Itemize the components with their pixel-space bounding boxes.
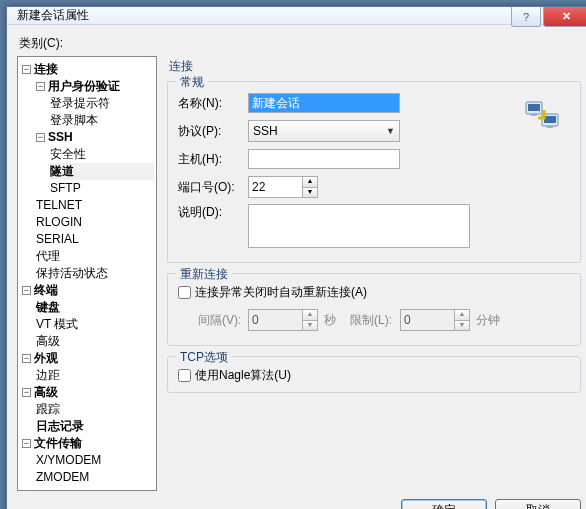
tree-tunnel[interactable]: 隧道: [50, 163, 154, 180]
limit-label: 限制(L):: [350, 312, 400, 329]
dialog-window: 新建会话属性 ? ✕ 类别(C): −连接 −用户身份验证 登录提示符 登录脚本: [6, 6, 586, 509]
tree-filetransfer[interactable]: −文件传输 X/YMODEM ZMODEM: [22, 435, 154, 486]
spin-down-icon[interactable]: ▼: [302, 187, 318, 199]
interval-label: 间隔(V):: [198, 312, 248, 329]
tree-proxy[interactable]: 代理: [36, 248, 154, 265]
reconnect-group: 重新连接 连接异常关闭时自动重新连接(A) 间隔(V): ▲▼ 秒 限制(L):: [167, 273, 581, 346]
ok-button[interactable]: 确定: [401, 499, 487, 509]
protocol-select[interactable]: SSH▼: [248, 120, 400, 142]
collapse-icon[interactable]: −: [22, 286, 31, 295]
svg-rect-5: [547, 126, 553, 128]
tree-keepalive[interactable]: 保持活动状态: [36, 265, 154, 282]
name-input[interactable]: 新建会话: [248, 93, 400, 113]
min-label: 分钟: [476, 312, 500, 329]
port-label: 端口号(O):: [178, 179, 248, 196]
tree-rlogin[interactable]: RLOGIN: [36, 214, 154, 231]
tree-zmodem[interactable]: ZMODEM: [36, 469, 154, 486]
titlebar: 新建会话属性 ? ✕: [7, 7, 586, 25]
tree-advanced-t[interactable]: 高级: [36, 333, 154, 350]
port-spinner[interactable]: ▲▼: [248, 176, 318, 198]
protocol-label: 协议(P):: [178, 123, 248, 140]
tree-login-script[interactable]: 登录脚本: [50, 112, 154, 129]
tree-telnet[interactable]: TELNET: [36, 197, 154, 214]
interval-spinner: ▲▼: [248, 309, 318, 331]
tree-serial[interactable]: SERIAL: [36, 231, 154, 248]
tree-connection[interactable]: −连接 −用户身份验证 登录提示符 登录脚本 −SSH 安全性: [22, 61, 154, 282]
settings-pane: 连接 常规 名称(N): 新建会话 协议(P): SSH: [167, 56, 581, 491]
general-group: 常规 名称(N): 新建会话 协议(P): SSH▼: [167, 81, 581, 263]
spin-up-icon: ▲: [454, 309, 470, 320]
tree-terminal[interactable]: −终端 键盘 VT 模式 高级: [22, 282, 154, 350]
tree-xymodem[interactable]: X/YMODEM: [36, 452, 154, 469]
checkbox-icon[interactable]: [178, 286, 191, 299]
spin-up-icon: ▲: [302, 309, 318, 320]
collapse-icon[interactable]: −: [22, 388, 31, 397]
dialog-footer: 确定 取消: [17, 491, 581, 509]
category-label: 类别(C):: [19, 35, 581, 52]
host-input[interactable]: [248, 149, 400, 169]
tree-advanced[interactable]: −高级 跟踪 日志记录: [22, 384, 154, 435]
limit-input: [400, 309, 454, 331]
sec-label: 秒: [324, 312, 336, 329]
desc-textarea[interactable]: [248, 204, 470, 248]
nagle-checkbox[interactable]: 使用Nagle算法(U): [178, 367, 570, 384]
spin-down-icon: ▼: [302, 320, 318, 332]
tcp-legend: TCP选项: [176, 349, 232, 366]
tree-trace[interactable]: 跟踪: [36, 401, 154, 418]
spin-down-icon: ▼: [454, 320, 470, 332]
limit-spinner: ▲▼: [400, 309, 470, 331]
port-input[interactable]: [248, 176, 302, 198]
svg-rect-2: [531, 114, 537, 116]
network-icon: [524, 98, 560, 134]
tree-keyboard[interactable]: 键盘: [36, 299, 154, 316]
desc-label: 说明(D):: [178, 204, 248, 221]
checkbox-icon[interactable]: [178, 369, 191, 382]
tree-ssh[interactable]: −SSH 安全性 隧道 SFTP: [36, 129, 154, 197]
spin-up-icon[interactable]: ▲: [302, 176, 318, 187]
collapse-icon[interactable]: −: [22, 439, 31, 448]
tree-vtmode[interactable]: VT 模式: [36, 316, 154, 333]
tree-auth[interactable]: −用户身份验证 登录提示符 登录脚本: [36, 78, 154, 129]
tree-logging[interactable]: 日志记录: [36, 418, 154, 435]
tcp-group: TCP选项 使用Nagle算法(U): [167, 356, 581, 393]
collapse-icon[interactable]: −: [36, 133, 45, 142]
close-button[interactable]: ✕: [543, 7, 586, 27]
tree-login-prompt[interactable]: 登录提示符: [50, 95, 154, 112]
interval-input: [248, 309, 302, 331]
collapse-icon[interactable]: −: [36, 82, 45, 91]
tree-sftp[interactable]: SFTP: [50, 180, 154, 197]
tree-appearance[interactable]: −外观 边距: [22, 350, 154, 384]
host-label: 主机(H):: [178, 151, 248, 168]
auto-reconnect-checkbox[interactable]: 连接异常关闭时自动重新连接(A): [178, 284, 570, 301]
window-title: 新建会话属性: [17, 7, 89, 24]
reconnect-legend: 重新连接: [176, 266, 232, 283]
general-legend: 常规: [176, 74, 208, 91]
svg-rect-4: [544, 116, 556, 123]
name-label: 名称(N):: [178, 95, 248, 112]
tree-margin[interactable]: 边距: [36, 367, 154, 384]
chevron-down-icon: ▼: [386, 126, 395, 136]
help-button[interactable]: ?: [511, 7, 541, 27]
svg-rect-1: [528, 104, 540, 111]
cancel-button[interactable]: 取消: [495, 499, 581, 509]
pane-title: 连接: [169, 58, 581, 75]
category-tree[interactable]: −连接 −用户身份验证 登录提示符 登录脚本 −SSH 安全性: [17, 56, 157, 491]
collapse-icon[interactable]: −: [22, 65, 31, 74]
tree-security[interactable]: 安全性: [50, 146, 154, 163]
collapse-icon[interactable]: −: [22, 354, 31, 363]
